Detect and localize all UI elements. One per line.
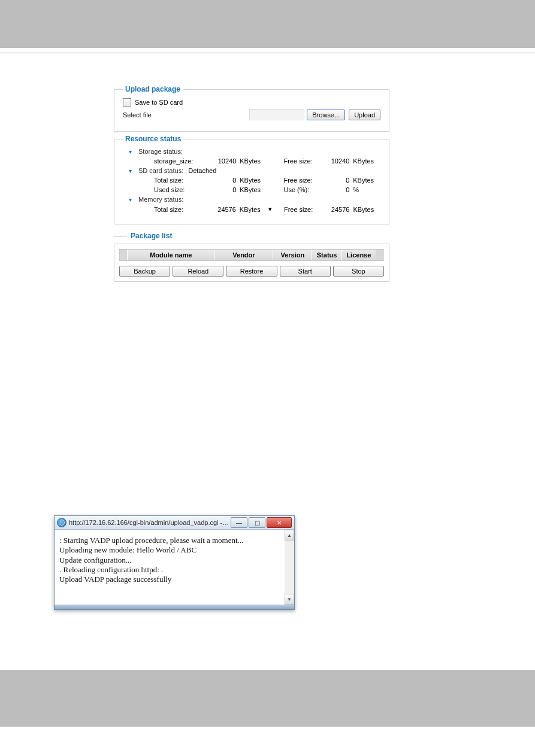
mem-total-unit: KBytes <box>236 206 267 213</box>
popup-line: : Starting VADP upload procedure, please… <box>59 536 281 545</box>
sd-status-label: SD card status: <box>138 167 183 174</box>
memory-total-row: Total size: 24576 KBytes ▾ Free size: 24… <box>123 205 380 213</box>
sd-total-label: Total size: <box>154 177 214 184</box>
sd-free-value: 0 <box>328 177 350 184</box>
memory-status-label: Memory status: <box>138 196 183 203</box>
mem-total-label: Total size: <box>154 206 214 213</box>
popup-line: Uploading new module: Hello World / ABC <box>59 545 281 555</box>
sd-status-value: Detached <box>188 167 216 174</box>
popup-line: Upload VADP package successfully <box>59 575 281 584</box>
mem-free-unit: KBytes <box>349 206 380 213</box>
storage-size-unit: KBytes <box>236 157 267 165</box>
upload-package-legend: Upload package <box>123 85 183 93</box>
package-list-fieldset: Module name Vendor Version Status Licens… <box>114 244 389 282</box>
storage-free-unit: KBytes <box>349 157 380 165</box>
sd-total-row: Total size: 0 KBytes Free size: 0 KBytes <box>123 177 380 184</box>
scroll-down-icon[interactable]: ▼ <box>285 594 294 605</box>
main-panel: Upload package Save to SD card Select fi… <box>114 89 389 282</box>
col-license[interactable]: License <box>342 250 376 260</box>
col-module-name[interactable]: Module name <box>128 250 215 260</box>
col-vendor[interactable]: Vendor <box>215 250 273 260</box>
sd-used-unit: KBytes <box>236 186 267 193</box>
storage-free-label: Free size: <box>283 157 327 165</box>
sd-used-row: Used size: 0 KBytes Use (%): 0 % <box>123 186 380 193</box>
chevron-down-icon: ▾ <box>129 148 136 155</box>
close-button[interactable]: ✕ <box>267 517 292 528</box>
sd-total-value: 0 <box>214 177 237 184</box>
col-version[interactable]: Version <box>273 250 312 260</box>
package-list-legend: Package list <box>127 232 176 240</box>
sd-usepct-value: 0 <box>328 186 350 193</box>
package-list-legend-row: Package list <box>114 232 389 240</box>
popup-title: http://172.16.62.166/cgi-bin/admin/uploa… <box>69 519 231 526</box>
package-table-header: Module name Vendor Version Status Licens… <box>119 249 384 261</box>
storage-size-label: storage_size: <box>154 157 214 165</box>
table-row-selector[interactable] <box>120 250 128 260</box>
upload-package-fieldset: Upload package Save to SD card Select fi… <box>114 89 389 132</box>
save-to-sd-label: Save to SD card <box>135 99 183 106</box>
popup-line: . Reloading configuration httpd: . <box>59 565 281 575</box>
table-tail <box>376 250 383 260</box>
mem-total-value: 24576 <box>214 206 236 213</box>
maximize-button[interactable]: ▢ <box>249 517 265 528</box>
select-file-row: Select file Browse... Upload <box>123 109 380 120</box>
restore-button[interactable]: Restore <box>226 266 277 277</box>
sd-usepct-unit: % <box>349 186 380 193</box>
sd-total-unit: KBytes <box>236 177 267 184</box>
sd-status-header[interactable]: ▾ SD card status: Detached <box>123 167 380 174</box>
resource-status-legend: Resource status <box>123 135 183 143</box>
sd-used-label: Used size: <box>154 186 214 193</box>
sd-usepct-label: Use (%): <box>283 186 327 193</box>
storage-size-value: 10240 <box>214 157 237 165</box>
backup-button[interactable]: Backup <box>119 266 170 277</box>
popup-scrollbar[interactable]: ▲ ▼ <box>285 530 294 605</box>
sd-free-label: Free size: <box>283 177 327 184</box>
reload-button[interactable]: Reload <box>173 266 223 277</box>
package-buttons-row: Backup Reload Restore Start Stop <box>119 266 384 277</box>
col-status[interactable]: Status <box>312 250 341 260</box>
sd-free-unit: KBytes <box>349 177 380 184</box>
popup-line: Update configuration... <box>59 555 281 565</box>
select-file-label: Select file <box>123 111 152 119</box>
resource-status-fieldset: Resource status ▾ Storage status: storag… <box>114 139 389 224</box>
page-header-bar <box>0 0 535 48</box>
storage-status-header[interactable]: ▾ Storage status: <box>123 148 380 155</box>
popup-titlebar[interactable]: http://172.16.62.166/cgi-bin/admin/uploa… <box>55 516 294 530</box>
stop-button[interactable]: Stop <box>333 266 384 277</box>
chevron-down-icon: ▾ <box>129 196 136 203</box>
ie-icon <box>57 518 67 527</box>
mem-free-label: Free size: <box>284 206 328 213</box>
chevron-down-icon: ▾ <box>129 168 136 174</box>
storage-status-label: Storage status: <box>138 148 183 155</box>
popup-status-bar <box>55 605 294 609</box>
page-footer-bar <box>0 670 535 727</box>
upload-result-popup-area: http://172.16.62.166/cgi-bin/admin/uploa… <box>54 515 294 610</box>
popup-body: : Starting VADP upload procedure, please… <box>55 530 294 605</box>
upload-result-popup: http://172.16.62.166/cgi-bin/admin/uploa… <box>54 515 295 610</box>
upload-button[interactable]: Upload <box>349 110 380 120</box>
minimize-button[interactable]: — <box>231 517 247 528</box>
mem-free-value: 24576 <box>328 206 350 213</box>
start-button[interactable]: Start <box>280 266 331 277</box>
storage-size-row: storage_size: 10240 KBytes Free size: 10… <box>123 157 380 165</box>
storage-free-value: 10240 <box>328 157 350 165</box>
save-to-sd-checkbox[interactable] <box>123 98 131 107</box>
sd-used-value: 0 <box>214 186 237 193</box>
caret-icon: ▾ <box>268 205 272 213</box>
file-path-input[interactable] <box>249 109 304 120</box>
browse-button[interactable]: Browse... <box>307 110 345 120</box>
save-to-sd-row: Save to SD card <box>123 98 380 107</box>
memory-status-header[interactable]: ▾ Memory status: <box>123 196 380 203</box>
divider <box>0 53 535 53</box>
